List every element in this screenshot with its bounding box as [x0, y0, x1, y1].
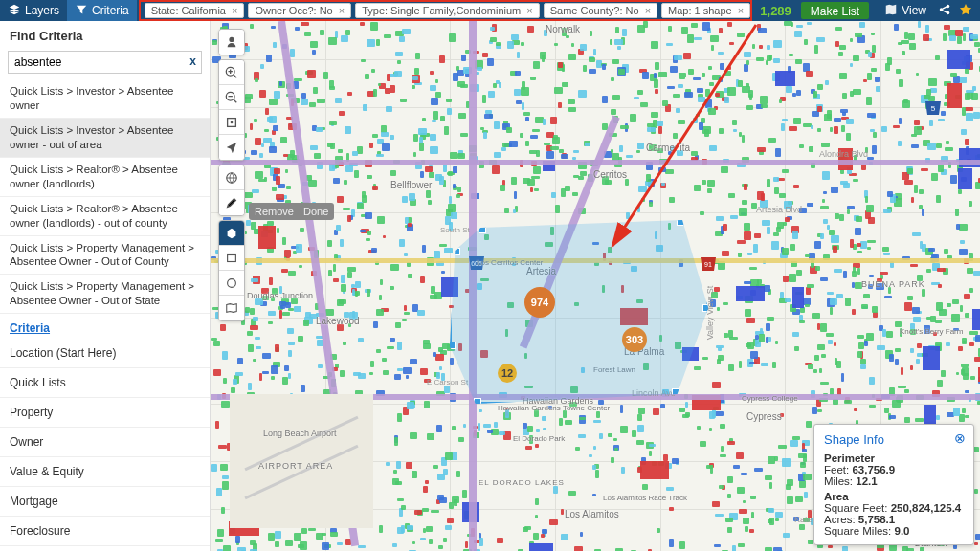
cluster-marker[interactable]: 974 — [524, 287, 555, 318]
criteria-section[interactable]: Transfer — [0, 546, 210, 551]
view-label: View — [902, 4, 926, 17]
svg-point-2 — [947, 11, 950, 14]
globe-icon[interactable] — [219, 165, 244, 190]
layers-button[interactable]: Layers — [0, 0, 67, 21]
street-label: Valley View St — [705, 286, 715, 341]
criteria-section[interactable]: Mortgage — [0, 487, 210, 517]
drawn-polygon[interactable] — [450, 212, 708, 404]
criteria-section[interactable]: Owner — [0, 428, 210, 457]
cluster-marker[interactable]: 303 — [622, 327, 647, 352]
map-label: Los Alamitos — [565, 509, 619, 519]
locate-icon[interactable] — [219, 135, 244, 160]
perimeter-miles: 12.1 — [856, 475, 877, 487]
draw-controls-toolbar: Remove Done — [249, 203, 334, 220]
close-icon[interactable]: × — [645, 5, 651, 16]
search-result[interactable]: Quick Lists > Property Management > Abse… — [0, 236, 210, 276]
filter-chip-bar: State: California× Owner Occ?: No× Type:… — [139, 0, 753, 21]
chip-map-shape[interactable]: Map: 1 shape× — [661, 3, 750, 18]
star-icon[interactable] — [959, 3, 972, 19]
map-icon — [884, 3, 898, 19]
map-label: Hawaiian Gardens Towne Center — [498, 404, 610, 412]
shape-info-panel: ⊗ Shape Info Perimeter Feet: 63,756.9 Mi… — [813, 424, 974, 545]
search-result[interactable]: Quick Lists > Realtor® > Absentee owner … — [0, 197, 210, 236]
svg-point-11 — [231, 121, 234, 123]
street-label: Artesia Blvd — [756, 205, 802, 214]
rectangle-tool-icon[interactable] — [219, 246, 244, 271]
perimeter-label: Perimeter — [824, 452, 964, 464]
map-label: Douglas Junction — [247, 291, 313, 300]
map-label: Cypress — [746, 411, 782, 422]
map-canvas[interactable]: 605 91 5 19 Norwalk Bellflower Lakewood … — [211, 21, 980, 551]
map-label: Los Alamitos Race Track — [603, 494, 687, 502]
search-result[interactable]: Quick Lists > Property Management > Abse… — [0, 275, 210, 314]
make-list-button[interactable]: Make List — [801, 2, 869, 19]
close-icon[interactable]: × — [232, 5, 237, 16]
map-label: EL DORADO LAKES — [479, 478, 565, 487]
criteria-section[interactable]: Quick Lists — [0, 368, 210, 398]
area-acres: 5,758.1 — [858, 514, 895, 525]
polygon-tool-icon[interactable] — [219, 221, 244, 246]
criteria-section[interactable]: Value & Equity — [0, 457, 210, 487]
map-fold-icon[interactable] — [219, 296, 244, 320]
circle-tool-icon[interactable] — [219, 271, 244, 296]
area-sqmi: 9.0 — [895, 525, 910, 537]
svg-point-7 — [229, 37, 234, 42]
street-label: Alondra Blvd — [819, 149, 868, 159]
map-label: Lakewood — [316, 316, 360, 326]
user-location-icon[interactable] — [219, 30, 244, 55]
pencil-icon[interactable] — [219, 190, 244, 215]
svg-point-1 — [947, 4, 950, 8]
close-icon[interactable]: × — [738, 5, 744, 16]
close-icon[interactable]: × — [526, 5, 532, 16]
close-icon[interactable]: × — [339, 5, 345, 16]
map-label: Carmenita — [646, 143, 690, 153]
criteria-section[interactable]: Location (Start Here) — [0, 339, 210, 368]
map-tool-column — [218, 29, 245, 321]
layers-icon — [8, 3, 21, 19]
filter-icon — [75, 3, 88, 19]
chip-owner-occ[interactable]: Owner Occ?: No× — [248, 3, 351, 18]
chip-same-county[interactable]: Same County?: No× — [544, 3, 657, 18]
criteria-sidebar: Find Criteria x Quick Lists > Investor >… — [0, 21, 211, 551]
criteria-section[interactable]: Property — [0, 398, 210, 428]
view-button[interactable]: View — [880, 3, 930, 19]
clear-search-icon[interactable]: x — [189, 55, 196, 68]
search-result[interactable]: Quick Lists > Investor > Absentee owner … — [0, 119, 210, 158]
map-label: AIRPORT AREA — [258, 461, 333, 471]
done-drawing-button[interactable]: Done — [303, 206, 328, 217]
panel-title: Shape Info — [824, 432, 964, 447]
map-label: Norwalk — [546, 24, 580, 34]
zoom-out-icon[interactable] — [219, 85, 244, 110]
map-label: BUENA PARK — [861, 279, 925, 289]
layers-label: Layers — [25, 4, 59, 17]
perimeter-feet: 63,756.9 — [852, 464, 895, 475]
chip-type[interactable]: Type: Single Family,Condominium× — [355, 3, 540, 18]
search-result[interactable]: Quick Lists > Investor > Absentee owner — [0, 79, 210, 119]
freeway-shield-icon: 5 — [924, 99, 943, 117]
search-input[interactable] — [8, 51, 202, 74]
sidebar-heading: Find Criteria — [0, 21, 210, 47]
svg-rect-13 — [228, 254, 236, 261]
map-label: Bellflower — [390, 180, 432, 190]
map-label: Cypress College — [742, 394, 798, 403]
refresh-icon[interactable] — [219, 110, 244, 135]
area-label: Area — [824, 491, 964, 502]
map-label: El Dorado Park — [513, 434, 565, 443]
cluster-marker[interactable]: 12 — [498, 364, 517, 383]
street-label: E Carson St — [427, 378, 468, 386]
share-icon[interactable] — [938, 3, 951, 19]
map-label: Cerritos — [593, 169, 627, 180]
criteria-label: Criteria — [92, 4, 129, 17]
chip-state[interactable]: State: California× — [145, 3, 245, 18]
criteria-section-header: Criteria — [0, 314, 210, 339]
search-result[interactable]: Quick Lists > Realtor® > Absentee owner … — [0, 158, 210, 197]
criteria-button[interactable]: Criteria — [67, 0, 137, 21]
svg-point-14 — [228, 278, 236, 287]
map-label: Long Beach Airport — [263, 429, 337, 438]
zoom-in-icon[interactable] — [219, 60, 244, 85]
svg-text:91: 91 — [704, 261, 712, 268]
close-panel-icon[interactable]: ⊗ — [954, 430, 966, 446]
remove-shape-button[interactable]: Remove — [255, 206, 294, 217]
criteria-section[interactable]: Foreclosure — [0, 517, 210, 546]
map-label: Knott's Berry Farm — [900, 327, 963, 336]
